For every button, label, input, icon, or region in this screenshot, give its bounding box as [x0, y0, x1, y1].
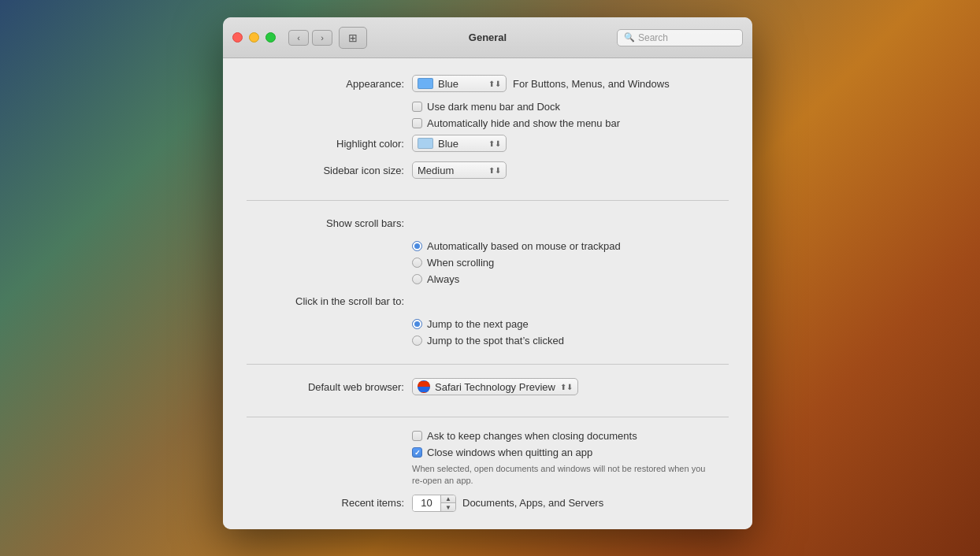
- appearance-label: Appearance:: [247, 78, 404, 90]
- recent-items-description: Documents, Apps, and Servers: [462, 497, 603, 509]
- highlight-color-swatch: [418, 138, 433, 149]
- browser-dropdown-arrow: ⬆⬇: [560, 383, 573, 391]
- window-title: General: [469, 32, 507, 43]
- appearance-color-swatch: [418, 78, 433, 89]
- jump-next-row: Jump to the next page: [412, 318, 729, 330]
- dark-menu-checkbox[interactable]: [412, 102, 422, 112]
- jump-spot-label: Jump to the spot that’s clicked: [427, 335, 564, 347]
- scroll-always-row: Always: [412, 273, 729, 285]
- browser-control: Safari Technology Preview ⬆⬇: [412, 378, 578, 395]
- scroll-when-scrolling-row: When scrolling: [412, 257, 729, 269]
- sidebar-icon-dropdown-text: Medium: [418, 165, 484, 176]
- scroll-always-label: Always: [427, 273, 459, 285]
- forward-icon: ›: [321, 33, 324, 43]
- appearance-dropdown-arrow: ⬆⬇: [488, 80, 501, 88]
- scroll-auto-row: Automatically based on mouse or trackpad: [412, 240, 729, 252]
- close-windows-row: Close windows when quitting an app: [412, 447, 729, 458]
- ask-keep-changes-checkbox[interactable]: [412, 431, 422, 441]
- sidebar-icon-dropdown[interactable]: Medium ⬆⬇: [412, 161, 507, 179]
- stepper-buttons: ▲ ▼: [441, 495, 455, 511]
- appearance-dropdown-text: Blue: [438, 78, 484, 90]
- close-button[interactable]: [232, 32, 243, 43]
- recent-items-value: 10: [413, 495, 441, 511]
- highlight-dropdown-arrow: ⬆⬇: [488, 139, 501, 148]
- recent-items-label: Recent items:: [247, 497, 404, 509]
- search-box[interactable]: 🔍 Search: [617, 29, 743, 46]
- recent-items-stepper[interactable]: 10 ▲ ▼: [412, 495, 456, 512]
- back-icon: ‹: [297, 33, 300, 43]
- documents-group: Ask to keep changes when closing documen…: [247, 430, 729, 529]
- scroll-auto-radio[interactable]: [412, 241, 422, 251]
- sidebar-icon-label: Sidebar icon size:: [247, 165, 404, 176]
- click-scroll-label: Click in the scroll bar to:: [247, 295, 404, 307]
- scroll-bars-row: Show scroll bars:: [247, 213, 729, 232]
- sidebar-icon-row: Sidebar icon size: Medium ⬆⬇: [247, 161, 729, 180]
- back-button[interactable]: ‹: [288, 30, 309, 46]
- auto-hide-menu-checkbox[interactable]: [412, 118, 422, 128]
- dark-menu-row: Use dark menu bar and Dock: [412, 101, 729, 113]
- close-windows-checkbox[interactable]: [412, 447, 422, 458]
- dark-menu-label: Use dark menu bar and Dock: [427, 101, 560, 113]
- scroll-when-scrolling-label: When scrolling: [427, 257, 494, 269]
- scroll-auto-label: Automatically based on mouse or trackpad: [427, 240, 621, 252]
- scroll-always-radio[interactable]: [412, 274, 422, 284]
- close-windows-note: When selected, open documents and window…: [412, 463, 711, 487]
- grid-button[interactable]: ⊞: [339, 27, 367, 49]
- scroll-when-scrolling-radio[interactable]: [412, 258, 422, 268]
- ask-keep-changes-row: Ask to keep changes when closing documen…: [412, 430, 729, 442]
- jump-next-label: Jump to the next page: [427, 318, 529, 330]
- click-scroll-row: Click in the scroll bar to:: [247, 291, 729, 310]
- highlight-color-label: Highlight color:: [247, 138, 404, 150]
- search-placeholder: Search: [638, 32, 668, 43]
- grid-icon: ⊞: [348, 32, 358, 44]
- system-preferences-window: ‹ › ⊞ General 🔍 Search Appearance:: [223, 17, 752, 529]
- highlight-control: Blue ⬆⬇: [412, 135, 507, 152]
- jump-spot-radio[interactable]: [412, 335, 422, 346]
- recent-items-row: Recent items: 10 ▲ ▼ Documents, Apps, an…: [247, 494, 729, 513]
- highlight-dropdown[interactable]: Blue ⬆⬇: [412, 135, 507, 152]
- browser-row: Default web browser: Safari Technology P…: [247, 377, 729, 396]
- browser-icon: [418, 380, 430, 393]
- minimize-button[interactable]: [249, 32, 259, 43]
- maximize-button[interactable]: [265, 32, 276, 43]
- auto-hide-menu-row: Automatically hide and show the menu bar: [412, 117, 729, 129]
- ask-keep-changes-label: Ask to keep changes when closing documen…: [427, 430, 637, 442]
- scroll-bars-label: Show scroll bars:: [247, 217, 404, 229]
- jump-spot-row: Jump to the spot that’s clicked: [412, 335, 729, 347]
- browser-dropdown-text: Safari Technology Preview: [435, 381, 555, 393]
- browser-group: Default web browser: Safari Technology P…: [247, 377, 729, 417]
- settings-content: Appearance: Blue ⬆⬇ For Buttons, Menus, …: [223, 58, 752, 529]
- highlight-dropdown-text: Blue: [438, 138, 484, 150]
- nav-buttons: ‹ ›: [288, 30, 332, 46]
- appearance-control: Blue ⬆⬇ For Buttons, Menus, and Windows: [412, 75, 670, 92]
- recent-items-control: 10 ▲ ▼ Documents, Apps, and Servers: [412, 495, 603, 512]
- stepper-down-button[interactable]: ▼: [441, 503, 455, 511]
- appearance-row: Appearance: Blue ⬆⬇ For Buttons, Menus, …: [247, 74, 729, 93]
- forward-button[interactable]: ›: [312, 30, 332, 46]
- browser-dropdown[interactable]: Safari Technology Preview ⬆⬇: [412, 378, 578, 395]
- close-windows-label: Close windows when quitting an app: [427, 447, 592, 458]
- appearance-description: For Buttons, Menus, and Windows: [513, 78, 670, 90]
- sidebar-icon-control: Medium ⬆⬇: [412, 161, 507, 179]
- auto-hide-menu-label: Automatically hide and show the menu bar: [427, 117, 620, 129]
- titlebar: ‹ › ⊞ General 🔍 Search: [223, 17, 752, 58]
- sidebar-icon-dropdown-arrow: ⬆⬇: [488, 166, 501, 175]
- scroll-bars-group: Show scroll bars: Automatically based on…: [247, 213, 729, 365]
- highlight-color-row: Highlight color: Blue ⬆⬇: [247, 134, 729, 153]
- search-icon: 🔍: [624, 32, 635, 43]
- appearance-dropdown[interactable]: Blue ⬆⬇: [412, 75, 507, 92]
- browser-label: Default web browser:: [247, 381, 404, 393]
- appearance-group: Appearance: Blue ⬆⬇ For Buttons, Menus, …: [247, 74, 729, 201]
- stepper-up-button[interactable]: ▲: [441, 495, 455, 504]
- traffic-lights: [232, 32, 276, 43]
- jump-next-radio[interactable]: [412, 319, 422, 329]
